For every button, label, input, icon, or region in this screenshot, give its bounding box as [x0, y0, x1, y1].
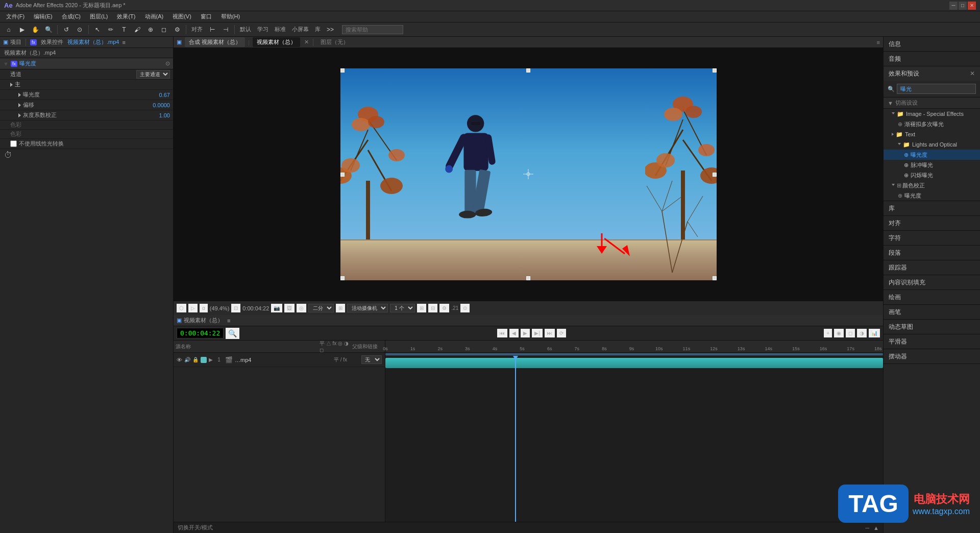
handle-tr[interactable]	[713, 68, 717, 72]
camera-select[interactable]: 活动摄像机	[347, 304, 388, 312]
library-title[interactable]: 库	[884, 201, 980, 215]
comp-tab-source[interactable]: 视频素材（总）	[253, 37, 300, 47]
alpha-toggle[interactable]: α	[200, 304, 208, 312]
puppet-tool[interactable]: ⚙	[172, 24, 183, 35]
layer-row-1[interactable]: 👁 🔊 🔒 ▶ 1 🎬 …mp4 平 / fx 无	[174, 353, 385, 367]
pen-tool[interactable]: ✏	[105, 24, 116, 35]
comp-tab-close[interactable]: ✕	[304, 39, 309, 45]
menu-animation[interactable]: 动画(A)	[141, 12, 168, 21]
menu-window[interactable]: 窗口	[197, 12, 216, 21]
paragraph-title[interactable]: 段落	[884, 246, 980, 260]
canvas-title[interactable]: 画笔	[884, 305, 980, 319]
minimize-button[interactable]: ─	[949, 2, 958, 10]
maximize-button[interactable]: □	[959, 2, 967, 10]
layer-audio[interactable]: 🔊	[184, 357, 190, 362]
text-section-item[interactable]: 📁 Text	[884, 129, 980, 139]
playhead[interactable]	[515, 356, 516, 522]
mode-default[interactable]: 默认	[238, 26, 253, 33]
offset-value[interactable]: 0.0000	[153, 102, 170, 108]
grid-toggle[interactable]: ⊞	[417, 304, 426, 312]
go-to-start[interactable]: ⏮	[497, 329, 507, 337]
pulse-exposure-item[interactable]: ⊕ 脉冲曝光	[884, 160, 980, 170]
play-button[interactable]: ▶	[16, 24, 28, 35]
track-bar-1[interactable]	[385, 358, 883, 368]
hand-tool[interactable]: ✋	[30, 24, 41, 35]
handle-tl[interactable]	[340, 68, 345, 72]
brush-tool[interactable]: 🖌	[132, 24, 143, 35]
audio-title[interactable]: 音频	[884, 52, 980, 66]
zoom-display[interactable]: (49.4%)	[210, 305, 230, 311]
layer-visibility[interactable]: 👁	[177, 357, 182, 363]
status-minus[interactable]: ─	[865, 525, 869, 531]
show-channel[interactable]: ◎	[297, 304, 306, 312]
linear-checkbox[interactable]	[10, 140, 17, 147]
timecode-display[interactable]: 0:00:04:22	[177, 328, 224, 338]
views-select[interactable]: 1 个	[390, 304, 415, 312]
mode-standard[interactable]: 标准	[273, 26, 288, 33]
show-snapshot[interactable]: 🖼	[284, 304, 295, 312]
character-title[interactable]: 字符	[884, 231, 980, 245]
content-fill-title[interactable]: 内容识别填充	[884, 275, 980, 289]
preview-options[interactable]: ⊙	[460, 304, 470, 312]
info-title[interactable]: 信息	[884, 37, 980, 51]
flash-exposure-item[interactable]: ⊕ 闪烁曝光	[884, 170, 980, 180]
timecode-display[interactable]: 0:00:04:22	[242, 305, 269, 311]
step-forward[interactable]: ▶|	[532, 329, 543, 337]
timeline-search[interactable]: 🔍	[226, 328, 239, 339]
main-section-row[interactable]: 主	[0, 80, 173, 90]
pixel-ratio[interactable]: ⊟	[428, 304, 437, 312]
new-layer[interactable]: +	[824, 329, 832, 337]
handle-tm[interactable]	[526, 68, 530, 72]
parent-select-1[interactable]: 无	[361, 355, 382, 364]
smoother-title[interactable]: 平滑器	[884, 334, 980, 349]
go-to-end[interactable]: ⏭	[545, 329, 555, 337]
zoom-tool[interactable]: 🔍	[43, 24, 54, 35]
blend-mode-select[interactable]: 主要通道	[136, 70, 170, 79]
lights-optical-item[interactable]: 📁 Lights and Optical	[884, 139, 980, 150]
fit-toggle[interactable]: ⊡	[231, 304, 240, 312]
exposure-effect-item[interactable]: ⊕ 曝光度	[884, 150, 980, 160]
image-special-effects-item[interactable]: 📁 Image - Special Effects	[884, 109, 980, 119]
mode-learn[interactable]: 学习	[255, 26, 271, 33]
align-title[interactable]: 对齐	[884, 216, 980, 230]
draft-toggle[interactable]: ◻	[846, 329, 855, 337]
align-left[interactable]: ⊢	[207, 24, 218, 35]
select-tool[interactable]: ↖	[92, 24, 103, 35]
graph-toggle[interactable]: 📊	[869, 329, 880, 337]
help-search[interactable]	[342, 25, 403, 34]
exposure-value[interactable]: 0.67	[159, 92, 170, 98]
expand-toolbar[interactable]: >>	[325, 24, 336, 35]
effects-search-input[interactable]	[897, 84, 976, 94]
comp-tab-main[interactable]: 合成 视频素材（总）	[185, 37, 245, 47]
rotate-tool[interactable]: ↺	[61, 24, 72, 35]
motionblur-toggle[interactable]: ◑	[857, 329, 867, 337]
loop-toggle[interactable]: ⟳	[557, 329, 566, 337]
menu-layer[interactable]: 图层(L)	[86, 12, 112, 21]
close-button[interactable]: ✕	[968, 2, 976, 10]
layer-lock[interactable]: 🔒	[192, 357, 199, 362]
menu-file[interactable]: 文件(F)	[2, 12, 29, 21]
fade-multi-exposure-item[interactable]: ⊕ 渐褪拟多次曝光	[884, 119, 980, 129]
preview-toggle[interactable]: ▷	[188, 304, 198, 312]
handle-bm[interactable]	[526, 276, 530, 280]
handle-mr[interactable]	[713, 173, 717, 177]
step-back[interactable]: ◀	[509, 329, 519, 337]
region-toggle[interactable]: ⊞	[336, 304, 345, 312]
handle-bl[interactable]	[340, 276, 345, 280]
home-button[interactable]: ⌂	[3, 24, 14, 35]
menu-effects[interactable]: 效果(T)	[113, 12, 139, 21]
mode-small[interactable]: 小屏幕	[290, 26, 311, 33]
effect-options[interactable]: ⊙	[165, 60, 170, 67]
effects-title[interactable]: 效果和预设 ✕	[884, 66, 980, 81]
settings-toggle[interactable]: ⚙	[439, 304, 449, 312]
solo-toggle[interactable]: ◉	[834, 329, 844, 337]
eraser-tool[interactable]: ◻	[158, 24, 169, 35]
region-of-interest[interactable]: ⬡	[177, 304, 186, 312]
wiggler-title[interactable]: 摆动器	[884, 349, 980, 364]
menu-composition[interactable]: 合成(C)	[58, 12, 85, 21]
layer-expand[interactable]: ▶	[209, 357, 213, 362]
resolution-select[interactable]: 二分 完整	[308, 304, 334, 312]
paint-title[interactable]: 绘画	[884, 290, 980, 304]
motion-sketch-title[interactable]: 动态草图	[884, 320, 980, 334]
play-stop[interactable]: ▶	[521, 329, 530, 337]
